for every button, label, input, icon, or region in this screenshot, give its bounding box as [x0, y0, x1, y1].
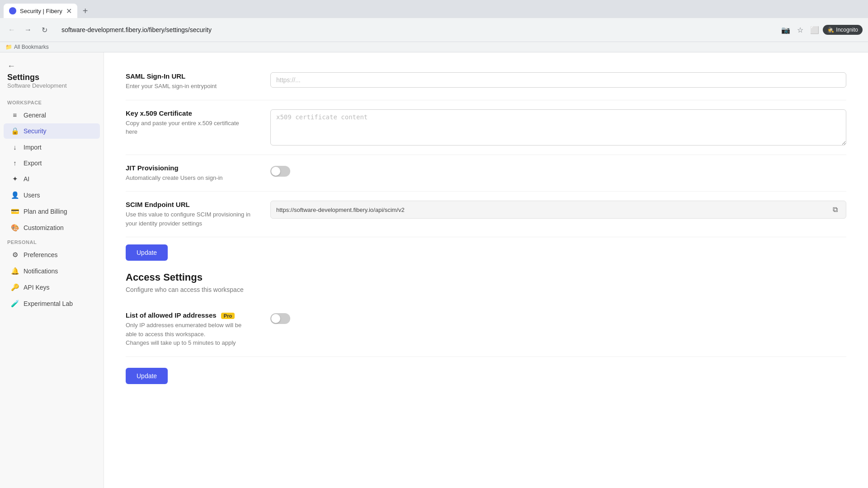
sidebar-item-api-keys[interactable]: 🔑 API Keys	[4, 280, 100, 295]
bookmark-icon[interactable]: ☆	[794, 23, 807, 36]
browser-actions: 📷 ☆ ⬜ 🕵 Incognito	[779, 23, 863, 36]
sidebar-item-label-customization: Customization	[24, 224, 64, 231]
address-bar[interactable]	[54, 22, 776, 38]
jit-provisioning-toggle[interactable]	[270, 166, 290, 177]
ip-addresses-toggle[interactable]	[270, 313, 290, 324]
sidebar-item-label-security: Security	[24, 127, 47, 135]
tab-title: Security | Fibery	[20, 8, 62, 14]
incognito-button[interactable]: 🕵 Incognito	[823, 25, 863, 35]
sidebar-item-label-general: General	[24, 112, 46, 119]
browser-controls: ← → ↻ 📷 ☆ ⬜ 🕵 Incognito	[0, 18, 868, 42]
sidebar-item-label-users: Users	[24, 192, 40, 199]
saml-sign-in-info: SAML Sign-In URL Enter your SAML sign-in…	[126, 72, 252, 91]
import-icon: ↓	[11, 143, 19, 151]
jit-provisioning-desc: Automatically create Users on sign-in	[126, 174, 252, 183]
tablet-icon[interactable]: ⬜	[808, 23, 821, 36]
browser-tabs: Security | Fibery ✕ +	[0, 0, 868, 18]
ip-addresses-desc: Only IP addresses enumerated below will …	[126, 321, 252, 347]
sidebar-item-security[interactable]: 🔒 Security	[4, 123, 100, 139]
jit-provisioning-info: JIT Provisioning Automatically create Us…	[126, 164, 252, 183]
export-icon: ↑	[11, 159, 19, 167]
scim-endpoint-info: SCIM Endpoint URL Use this value to conf…	[126, 201, 252, 228]
scim-endpoint-desc: Use this value to configure SCIM provisi…	[126, 210, 252, 228]
jit-provisioning-row: JIT Provisioning Automatically create Us…	[126, 155, 846, 192]
ip-addresses-info: List of allowed IP addresses Pro Only IP…	[126, 311, 252, 347]
active-tab[interactable]: Security | Fibery ✕	[4, 4, 77, 18]
saml-sign-in-input[interactable]	[270, 72, 846, 88]
tab-favicon	[9, 7, 16, 14]
main-content: SAML Sign-In URL Enter your SAML sign-in…	[104, 52, 868, 488]
notifications-icon: 🔔	[11, 267, 19, 275]
saml-sign-in-desc: Enter your SAML sign-in entrypoint	[126, 82, 252, 91]
back-button[interactable]: ←	[5, 23, 18, 36]
ai-icon: ✦	[11, 175, 19, 183]
x509-cert-control	[270, 109, 846, 145]
x509-cert-input[interactable]	[270, 109, 846, 145]
back-nav[interactable]: ←	[0, 58, 104, 73]
sidebar-item-label-experimental-lab: Experimental Lab	[24, 300, 73, 307]
camera-icon[interactable]: 📷	[779, 23, 792, 36]
bookmarks-bar: 📁 All Bookmarks	[0, 42, 868, 52]
x509-cert-label: Key x.509 Certificate	[126, 109, 252, 117]
update-button-1[interactable]: Update	[126, 244, 168, 261]
pro-badge: Pro	[221, 313, 235, 319]
back-arrow-icon: ←	[7, 61, 15, 71]
sidebar-item-label-export: Export	[24, 160, 42, 167]
sidebar-item-export[interactable]: ↑ Export	[4, 155, 100, 170]
sidebar: ← Settings Software Development WORKSPAC…	[0, 52, 104, 488]
forward-button[interactable]: →	[22, 23, 34, 36]
preferences-icon: ⚙	[11, 251, 19, 259]
workspace-section-label: WORKSPACE	[0, 96, 104, 107]
sidebar-item-label-preferences: Preferences	[24, 251, 57, 258]
sidebar-item-customization[interactable]: 🎨 Customization	[4, 220, 100, 235]
scim-url-display: https://software-development.fibery.io/a…	[270, 201, 846, 219]
scim-endpoint-label: SCIM Endpoint URL	[126, 201, 252, 208]
refresh-button[interactable]: ↻	[38, 23, 51, 36]
sidebar-item-general[interactable]: ≡ General	[4, 108, 100, 122]
workspace-name: Software Development	[7, 82, 96, 89]
access-settings-section: Access Settings Configure who can access…	[126, 272, 846, 388]
sidebar-item-experimental-lab[interactable]: 🧪 Experimental Lab	[4, 296, 100, 311]
api-keys-icon: 🔑	[11, 283, 19, 291]
saml-sign-in-label: SAML Sign-In URL	[126, 72, 252, 80]
access-settings-title: Access Settings	[126, 272, 846, 283]
ip-addresses-label: List of allowed IP addresses Pro	[126, 311, 252, 319]
sidebar-item-preferences[interactable]: ⚙ Preferences	[4, 247, 100, 263]
sidebar-item-notifications[interactable]: 🔔 Notifications	[4, 263, 100, 279]
update-button-2[interactable]: Update	[126, 368, 168, 384]
sidebar-item-label-plan-billing: Plan and Billing	[24, 208, 67, 215]
browser-chrome: Security | Fibery ✕ + ← → ↻ 📷 ☆ ⬜ 🕵 Inco…	[0, 0, 868, 52]
bookmark-folder-icon: 📁	[5, 44, 12, 50]
x509-cert-desc: Copy and paste your entire x.509 certifi…	[126, 119, 252, 136]
x509-cert-row: Key x.509 Certificate Copy and paste you…	[126, 100, 846, 155]
sidebar-item-import[interactable]: ↓ Import	[4, 140, 100, 155]
sidebar-item-label-import: Import	[24, 144, 42, 151]
incognito-icon: 🕵	[827, 27, 834, 33]
settings-title: Settings	[7, 73, 96, 82]
scim-url-text: https://software-development.fibery.io/a…	[276, 206, 826, 213]
saml-sign-in-row: SAML Sign-In URL Enter your SAML sign-in…	[126, 63, 846, 100]
customization-icon: 🎨	[11, 224, 19, 232]
tab-close-button[interactable]: ✕	[66, 7, 72, 15]
general-icon: ≡	[11, 111, 19, 119]
new-tab-button[interactable]: +	[79, 5, 92, 17]
app-layout: ← Settings Software Development WORKSPAC…	[0, 52, 868, 488]
sidebar-item-label-ai: AI	[24, 175, 29, 183]
scim-endpoint-control: https://software-development.fibery.io/a…	[270, 201, 846, 219]
x509-cert-info: Key x.509 Certificate Copy and paste you…	[126, 109, 252, 136]
scim-endpoint-row: SCIM Endpoint URL Use this value to conf…	[126, 192, 846, 237]
billing-icon: 💳	[11, 207, 19, 216]
personal-section-label: PERSONAL	[0, 236, 104, 247]
sidebar-item-plan-billing[interactable]: 💳 Plan and Billing	[4, 204, 100, 219]
users-icon: 👤	[11, 191, 19, 199]
security-icon: 🔒	[11, 127, 19, 135]
sidebar-item-ai[interactable]: ✦ AI	[4, 171, 100, 187]
copy-url-button[interactable]: ⧉	[830, 205, 840, 215]
sidebar-title-group: Settings Software Development	[0, 73, 104, 96]
update-button-section-1: Update	[126, 237, 846, 272]
toggle-knob	[271, 167, 280, 176]
experimental-lab-icon: 🧪	[11, 300, 19, 308]
ip-addresses-control	[270, 311, 846, 324]
sidebar-item-users[interactable]: 👤 Users	[4, 188, 100, 203]
ip-toggle-knob	[271, 314, 280, 323]
